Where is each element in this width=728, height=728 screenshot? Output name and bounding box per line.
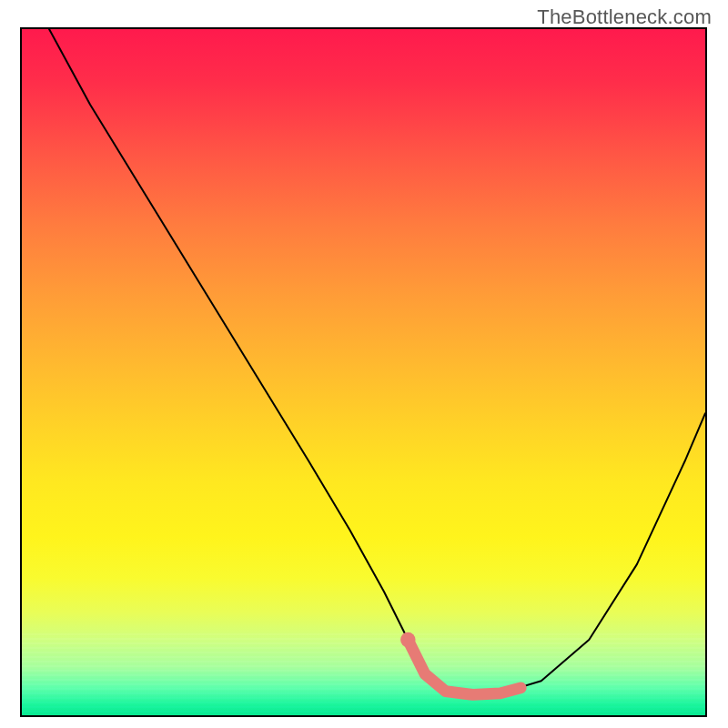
highlight-start-dot: [400, 632, 416, 648]
highlight-curve: [408, 640, 521, 694]
bottleneck-curve: [49, 29, 705, 694]
watermark-label: TheBottleneck.com: [537, 5, 712, 29]
curve-svg: [22, 29, 705, 715]
chart-container: TheBottleneck.com: [0, 0, 728, 728]
plot-area: [20, 27, 707, 717]
